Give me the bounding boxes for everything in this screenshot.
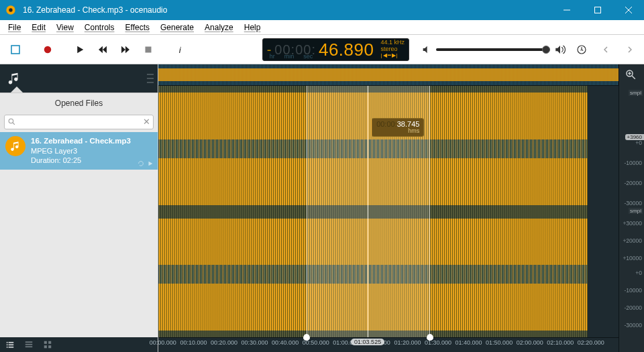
svg-marker-21 — [149, 161, 153, 166]
selection-end-marker[interactable] — [427, 334, 433, 341]
svg-rect-28 — [25, 341, 33, 343]
svg-marker-9 — [99, 46, 103, 53]
view-grid-icon[interactable] — [43, 340, 52, 349]
file-item-actions — [138, 160, 154, 167]
svg-marker-16 — [555, 46, 560, 54]
timeline-tick: 00:10.000 — [180, 339, 207, 346]
info-button[interactable]: i — [170, 40, 191, 60]
play-small-icon[interactable] — [147, 160, 154, 167]
svg-rect-22 — [7, 342, 8, 343]
timeline-cursor-label: 01:03.525 — [351, 339, 384, 345]
timeline-tick: 02:10.000 — [547, 339, 574, 346]
svg-rect-26 — [7, 347, 8, 348]
sidebar-header — [0, 64, 158, 93]
forward-button[interactable] — [115, 40, 136, 60]
record-button[interactable] — [38, 40, 58, 60]
svg-rect-3 — [595, 7, 601, 13]
sidebar: Opened Files ✕ 16. Zebrahead - Check.mp3… — [0, 64, 158, 352]
svg-rect-29 — [25, 344, 33, 345]
sidebar-search: ✕ — [4, 115, 154, 129]
file-icon — [5, 136, 25, 156]
time-display[interactable]: - 00:00: 46.890 hrminsec 44.1 kHz stereo… — [262, 38, 409, 61]
svg-rect-34 — [48, 345, 51, 348]
timeline-tick: 01:40.000 — [455, 339, 482, 346]
timeline-tick: 00:00.000 — [150, 339, 176, 346]
svg-rect-25 — [9, 344, 14, 345]
sidebar-tab-opened-files[interactable]: Opened Files — [0, 93, 158, 112]
search-input[interactable] — [4, 115, 154, 129]
nav-prev-button[interactable] — [597, 41, 614, 58]
svg-rect-31 — [44, 341, 47, 344]
sidebar-grip-icon[interactable] — [147, 74, 154, 83]
lcd-seconds: 46.890 — [319, 41, 374, 58]
menu-edit[interactable]: Edit — [26, 21, 51, 34]
menu-generate[interactable]: Generate — [155, 21, 199, 34]
app-icon — [4, 3, 17, 17]
amplitude-ruler[interactable]: smpl +0 -10000 -20000 -30000 +3960 smpl … — [619, 64, 644, 352]
view-compact-icon[interactable] — [24, 340, 34, 349]
menu-help[interactable]: Help — [239, 21, 266, 34]
svg-marker-8 — [77, 46, 83, 53]
svg-point-7 — [44, 46, 52, 53]
svg-rect-24 — [7, 344, 8, 345]
timeline-ruler[interactable]: 00:00.00000:10.00000:20.00000:30.00000:4… — [158, 337, 619, 352]
svg-rect-30 — [25, 346, 33, 347]
volume-control — [421, 44, 566, 56]
zoom-icon[interactable] — [625, 68, 637, 80]
playhead-cursor[interactable] — [368, 86, 368, 337]
svg-rect-13 — [146, 46, 152, 52]
svg-line-20 — [13, 123, 15, 125]
minimize-button[interactable] — [551, 0, 582, 20]
svg-rect-23 — [9, 342, 14, 343]
menu-controls[interactable]: Controls — [79, 21, 120, 34]
waveform-canvas[interactable]: 00:00:38.745 hms — [158, 86, 619, 337]
menu-view[interactable]: View — [51, 21, 79, 34]
menu-file[interactable]: File — [3, 21, 26, 34]
toolbar: i - 00:00: 46.890 hrminsec 44.1 kHz ster… — [0, 35, 644, 64]
play-button[interactable] — [70, 40, 90, 60]
timeline-tick: 01:20.000 — [394, 339, 421, 346]
volume-knob[interactable] — [542, 46, 550, 54]
maximize-button[interactable] — [582, 0, 613, 20]
svg-rect-6 — [11, 46, 19, 54]
file-codec: MPEG Layer3 — [31, 146, 131, 156]
menu-effects[interactable]: Effects — [120, 21, 155, 34]
sidebar-footer — [0, 337, 158, 352]
ruler-unit-top: smpl — [629, 90, 643, 96]
svg-line-36 — [632, 76, 635, 79]
svg-rect-27 — [9, 347, 14, 348]
svg-marker-11 — [121, 46, 125, 53]
lcd-mode-icons: |◀━▶| — [380, 53, 398, 59]
timeline-tick: 01:50.000 — [486, 339, 513, 346]
file-list-item[interactable]: 16. Zebrahead - Check.mp3 MPEG Layer3 Du… — [0, 132, 158, 170]
menu-analyze[interactable]: Analyze — [199, 21, 239, 34]
search-icon — [7, 117, 16, 126]
stop-button[interactable] — [138, 40, 158, 60]
close-button[interactable] — [613, 0, 644, 20]
svg-marker-12 — [125, 46, 129, 53]
volume-slider[interactable] — [436, 48, 550, 51]
svg-rect-32 — [48, 341, 51, 344]
svg-marker-10 — [103, 46, 107, 53]
rewind-button[interactable] — [93, 40, 113, 60]
lcd-meta: 44.1 kHz stereo |◀━▶| — [380, 40, 405, 59]
clear-search-icon[interactable]: ✕ — [143, 117, 150, 127]
selection-tool-button[interactable] — [5, 40, 25, 60]
main-area: Opened Files ✕ 16. Zebrahead - Check.mp3… — [0, 64, 644, 352]
menubar: File Edit View Controls Effects Generate… — [0, 20, 644, 35]
window-title: 16. Zebrahead - Check.mp3 - ocenaudio — [21, 5, 551, 15]
level-readout-badge: +3960 — [625, 134, 644, 140]
file-name: 16. Zebrahead - Check.mp3 — [31, 136, 131, 146]
timeline-tick: 02:00.000 — [517, 339, 543, 346]
timeline-tick: 02:20.000 — [578, 339, 604, 346]
selection-start-marker[interactable] — [303, 334, 310, 341]
nav-next-button[interactable] — [621, 41, 639, 58]
view-list-icon[interactable] — [5, 340, 15, 349]
history-button[interactable] — [573, 41, 590, 58]
overview-waveform[interactable] — [158, 64, 619, 86]
file-duration: Duration: 02:25 — [31, 156, 131, 165]
loop-icon[interactable] — [138, 160, 144, 167]
svg-rect-33 — [44, 345, 47, 348]
svg-marker-15 — [423, 46, 427, 53]
timeline-tick: 00:20.000 — [211, 339, 237, 346]
